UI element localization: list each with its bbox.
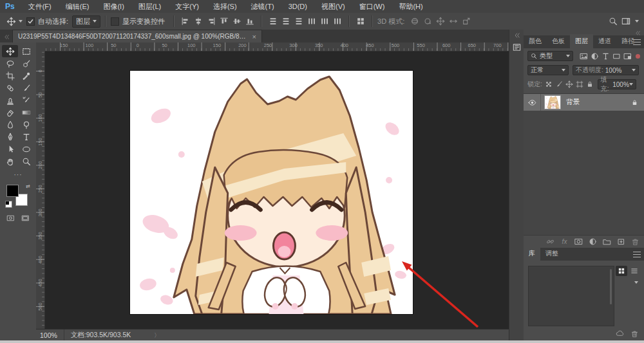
show-transform-controls-checkbox[interactable]	[111, 17, 119, 26]
status-expand-icon[interactable]: 〉	[154, 331, 160, 340]
tab-adjustments[interactable]: 调整	[540, 246, 564, 261]
swap-colors-icon[interactable]: ⇄	[26, 183, 30, 189]
zoom-tool[interactable]	[18, 155, 34, 167]
distribute-vertical-centers-button[interactable]	[279, 15, 292, 28]
pasteboard[interactable]	[45, 51, 509, 329]
lock-artboard-button[interactable]	[574, 79, 585, 89]
tab-libraries[interactable]: 库	[524, 246, 540, 261]
menu-help[interactable]: 帮助(H)	[392, 1, 430, 13]
clone-stamp-tool[interactable]	[2, 94, 18, 106]
delete-layer-button[interactable]	[630, 237, 640, 246]
expand-panels-icon[interactable]	[514, 32, 520, 39]
filter-shape-layers-button[interactable]	[611, 51, 622, 61]
tab-overflow-icon[interactable]	[4, 34, 10, 40]
filter-adjustment-layers-button[interactable]	[589, 51, 600, 61]
new-group-button[interactable]	[602, 237, 612, 246]
filter-pixel-layers-button[interactable]	[578, 51, 589, 61]
spot-healing-brush-tool[interactable]	[2, 82, 18, 94]
lock-image-pixels-button[interactable]	[554, 79, 564, 89]
workspace-switcher-icon[interactable]	[620, 15, 632, 28]
history-brush-tool[interactable]	[18, 94, 34, 106]
lock-position-button[interactable]	[564, 79, 574, 89]
tab-layers[interactable]: 图层	[570, 34, 593, 48]
pen-tool[interactable]	[2, 131, 18, 143]
fill-dropdown[interactable]: 填充: 100%	[598, 79, 636, 89]
history-panel-icon[interactable]	[512, 42, 522, 52]
align-vertical-centers-button[interactable]	[231, 15, 243, 28]
lock-transparent-pixels-button[interactable]	[544, 79, 554, 89]
align-and-distribute-button[interactable]	[354, 15, 367, 28]
screen-mode-button[interactable]	[21, 214, 30, 222]
layer-filter-toggle[interactable]	[636, 54, 640, 59]
align-right-edges-button[interactable]	[205, 15, 218, 28]
distribute-right-edges-button[interactable]	[331, 15, 344, 28]
layer-name[interactable]: 背景	[566, 98, 631, 107]
current-tool-chip[interactable]	[6, 17, 23, 26]
type-tool[interactable]	[18, 131, 34, 143]
3d-scale-button[interactable]	[460, 15, 473, 28]
library-content-area[interactable]	[528, 266, 614, 326]
hand-tool[interactable]	[2, 155, 18, 167]
sync-library-icon[interactable]	[616, 329, 624, 338]
layer-row-background[interactable]: 背景	[524, 94, 644, 111]
brush-tool[interactable]	[18, 82, 34, 94]
panel-menu-icon[interactable]	[633, 252, 641, 257]
crop-tool[interactable]	[2, 70, 18, 82]
ruler-origin-corner[interactable]	[36, 42, 46, 52]
menu-file[interactable]: 文件(F)	[21, 1, 59, 13]
menu-edit[interactable]: 编辑(E)	[59, 1, 97, 13]
blend-mode-dropdown[interactable]: 正常	[527, 65, 569, 75]
3d-slide-button[interactable]	[447, 15, 460, 28]
default-colors-icon[interactable]	[5, 201, 12, 208]
dodge-tool[interactable]	[18, 118, 34, 131]
align-horizontal-centers-button[interactable]	[192, 15, 205, 28]
quick-selection-tool[interactable]	[18, 57, 34, 70]
menu-select[interactable]: 选择(S)	[206, 1, 244, 13]
3d-roll-button[interactable]	[421, 15, 434, 28]
layer-style-button[interactable]: fx	[560, 237, 569, 246]
menu-filter[interactable]: 滤镜(T)	[244, 1, 281, 13]
eraser-tool[interactable]	[2, 106, 18, 118]
auto-select-target-dropdown[interactable]: 图层	[72, 15, 100, 28]
distribute-top-edges-button[interactable]	[267, 15, 279, 28]
menu-3d[interactable]: 3D(D)	[281, 1, 314, 12]
move-tool[interactable]	[2, 45, 18, 57]
lock-all-button[interactable]	[585, 79, 595, 89]
document-tab[interactable]: U2319P55T4D134846F50DT20071120174337_600…	[12, 30, 262, 42]
lasso-tool[interactable]	[2, 57, 18, 70]
distribute-left-edges-button[interactable]	[305, 15, 318, 28]
3d-pan-button[interactable]	[434, 15, 447, 28]
distribute-bottom-edges-button[interactable]	[292, 15, 305, 28]
panel-menu-icon[interactable]	[633, 39, 641, 45]
menu-image[interactable]: 图像(I)	[96, 1, 131, 13]
rectangular-marquee-tool[interactable]	[18, 45, 34, 57]
tab-color[interactable]: 颜色	[524, 34, 547, 48]
layer-thumbnail[interactable]	[545, 96, 560, 109]
link-layers-button[interactable]	[545, 237, 555, 246]
gradient-tool[interactable]	[18, 106, 34, 118]
menu-type[interactable]: 文字(Y)	[168, 1, 206, 13]
tab-channels[interactable]: 通道	[593, 34, 616, 48]
filter-type-layers-button[interactable]	[600, 51, 611, 61]
new-layer-button[interactable]	[616, 237, 626, 246]
tab-swatches[interactable]: 色板	[547, 34, 570, 48]
eyedropper-tool[interactable]	[18, 70, 34, 82]
auto-select-checkbox[interactable]	[26, 17, 35, 26]
ellipse-tool[interactable]	[18, 143, 34, 155]
menu-window[interactable]: 窗口(W)	[352, 1, 392, 13]
menu-view[interactable]: 视图(V)	[314, 1, 352, 13]
grid-view-button[interactable]	[616, 266, 627, 276]
delete-library-item-icon[interactable]	[630, 329, 639, 338]
add-layer-mask-button[interactable]	[574, 237, 583, 246]
layer-visibility-toggle[interactable]	[524, 94, 541, 111]
vertical-ruler[interactable]: 050100150200250300350400450500	[36, 51, 45, 329]
menu-layer[interactable]: 图层(L)	[131, 1, 168, 13]
align-bottom-edges-button[interactable]	[243, 15, 256, 28]
blur-tool[interactable]	[2, 118, 18, 131]
path-selection-tool[interactable]	[2, 143, 18, 155]
scrollbar[interactable]	[610, 269, 612, 304]
opacity-dropdown[interactable]: 不透明度: 100%	[573, 65, 639, 75]
zoom-level-field[interactable]: 100%	[36, 329, 64, 341]
foreground-color-swatch[interactable]	[6, 185, 19, 197]
chevron-down-icon[interactable]	[634, 281, 638, 284]
